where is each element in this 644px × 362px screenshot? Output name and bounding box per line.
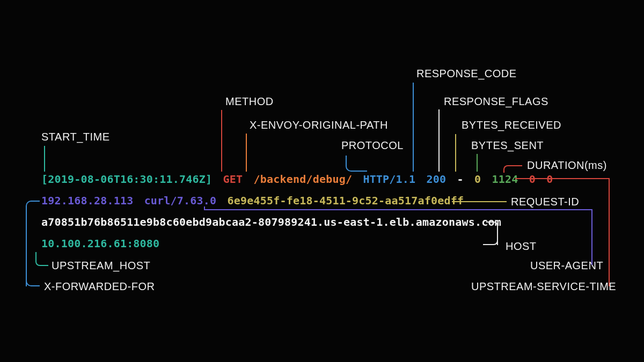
- connector-ust-v: [609, 178, 610, 286]
- label-bytes-received: BYTES_RECEIVED: [462, 119, 561, 131]
- log-line-4: 10.100.216.61:8080: [41, 237, 159, 250]
- connector-path: [246, 134, 247, 172]
- val-path: /backend/debug/: [254, 173, 353, 186]
- label-upstream-host: UPSTREAM_HOST: [52, 260, 150, 272]
- connector-ua-h: [204, 209, 591, 210]
- connector-ust-h1: [515, 178, 610, 179]
- label-protocol: PROTOCOL: [341, 139, 404, 152]
- val-bytes-received: 0: [474, 173, 481, 186]
- connector-ua-stub: [204, 206, 205, 210]
- val-upstream-host: 10.100.216.61:8080: [41, 237, 159, 250]
- label-start-time: START_TIME: [41, 131, 110, 143]
- val-host: a70851b76b86511e9b8c60ebd9abcaa2-8079892…: [41, 216, 501, 228]
- connector-ua-v: [591, 209, 592, 265]
- val-start-time: [2019-08-06T16:30:11.746Z]: [41, 173, 212, 186]
- connector-host-2: [483, 238, 498, 245]
- log-line-3: a70851b76b86511e9b8c60ebd9abcaa2-8079892…: [41, 216, 501, 228]
- label-response-code: RESPONSE_CODE: [416, 68, 517, 80]
- connector-response-code: [413, 83, 414, 172]
- val-method: GET: [223, 173, 243, 186]
- label-x-envoy-original-path: X-ENVOY-ORIGINAL-PATH: [250, 119, 388, 131]
- val-duration: 0: [529, 173, 536, 186]
- connector-response-flags: [438, 109, 440, 172]
- connector-duration: [503, 165, 522, 173]
- connector-bytes-sent: [477, 154, 478, 172]
- val-upstream-service-time: 0: [546, 173, 553, 186]
- label-response-flags: RESPONSE_FLAGS: [444, 95, 548, 108]
- val-user-agent: curl/7.63.0: [144, 194, 217, 207]
- val-response-code: 200: [427, 173, 447, 186]
- val-bytes-sent: 1124: [492, 173, 518, 186]
- connector-start-time: [44, 146, 45, 172]
- connector-bytes-received: [455, 134, 456, 172]
- label-request-id: REQUEST-ID: [511, 196, 579, 208]
- label-bytes-sent: BYTES_SENT: [471, 139, 544, 152]
- connector-xff-1: [26, 201, 40, 286]
- log-line-2: 192.168.28.113 curl/7.63.0 6e9e455f-fe18…: [41, 194, 464, 207]
- connector-xff-2: [26, 279, 40, 286]
- label-host: HOST: [506, 240, 537, 253]
- label-duration: DURATION(ms): [527, 159, 607, 172]
- label-upstream-service-time: UPSTREAM-SERVICE-TIME: [471, 280, 616, 293]
- connector-request-id: [452, 201, 507, 202]
- label-method: METHOD: [225, 95, 274, 108]
- val-response-flags: -: [457, 173, 464, 186]
- connector-protocol: [346, 156, 367, 172]
- connector-method: [221, 110, 222, 172]
- val-x-forwarded-for: 192.168.28.113: [41, 194, 133, 207]
- connector-upstream-host-h: [41, 265, 48, 266]
- val-request-id: 6e9e455f-fe18-4511-9c52-aa517af0edff: [228, 194, 464, 207]
- label-x-forwarded-for: X-FORWARDED-FOR: [44, 280, 155, 293]
- connector-upstream-host: [35, 252, 41, 266]
- log-line-1: [2019-08-06T16:30:11.746Z] GET /backend/…: [41, 173, 553, 186]
- diagram-stage: { "labels": { "start_time": "START_TIME"…: [0, 0, 644, 362]
- val-protocol: HTTP/1.1: [363, 173, 415, 186]
